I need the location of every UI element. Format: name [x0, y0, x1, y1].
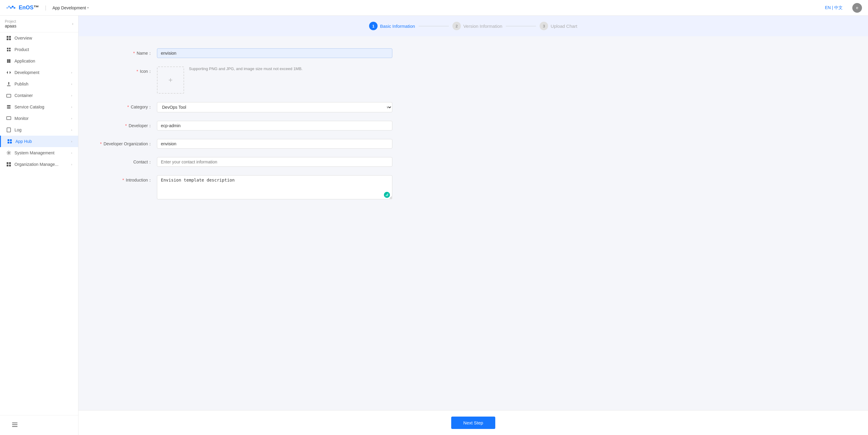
form-row-icon: * Icon： + Supporting PNG and JPG, and im… [97, 66, 850, 94]
project-chevron-icon: › [72, 22, 73, 26]
app-dev-selector[interactable]: App Development ▾ [53, 5, 89, 10]
name-control [157, 48, 392, 58]
sidebar-item-monitor[interactable]: Monitor › [0, 113, 78, 124]
logo: EnOS™ [6, 4, 39, 11]
sidebar-bottom [0, 415, 78, 435]
svg-rect-32 [9, 165, 11, 167]
menu-icon[interactable] [6, 419, 72, 431]
app-hub-label: App Hub [16, 139, 68, 144]
svg-point-13 [7, 59, 9, 61]
topbar-divider: | [45, 4, 46, 11]
svg-rect-8 [9, 38, 11, 40]
sidebar-item-overview[interactable]: Overview [0, 32, 78, 44]
steps-container: 1 Basic Information 2 Version Informatio… [369, 22, 577, 30]
form-row-contact: Contact： [97, 157, 850, 167]
sidebar-item-development[interactable]: Development › [0, 67, 78, 78]
svg-rect-27 [10, 142, 12, 144]
svg-rect-25 [10, 139, 12, 141]
log-label: Log [14, 127, 68, 132]
sidebar-project[interactable]: Project apaas › [0, 16, 78, 32]
sidebar-item-app-hub[interactable]: App Hub › [0, 136, 78, 147]
contact-label: Contact： [97, 157, 157, 165]
svg-rect-29 [7, 162, 8, 164]
svg-rect-22 [7, 117, 11, 120]
monitor-chevron-icon: › [71, 117, 72, 120]
logo-dots [6, 5, 17, 11]
contact-input[interactable] [157, 157, 392, 167]
form-row-dev-org: * Developer Organization： [97, 139, 850, 149]
container-label: Container [14, 93, 68, 98]
svg-point-15 [7, 61, 9, 63]
language-switcher[interactable]: EN | 中文 [825, 5, 843, 10]
intro-label: * Introduction： [97, 175, 157, 183]
intro-control [157, 175, 392, 200]
svg-point-28 [8, 152, 10, 154]
svg-rect-33 [12, 423, 18, 423]
avatar[interactable]: e [852, 3, 862, 13]
monitor-icon [6, 116, 11, 121]
svg-point-14 [9, 59, 10, 61]
svg-rect-21 [7, 108, 10, 109]
system-icon [6, 150, 11, 155]
app-icon [6, 58, 11, 64]
svg-rect-34 [12, 425, 18, 425]
topbar: EnOS™ | App Development ▾ EN | 中文 e [0, 0, 868, 16]
org-manage-label: Organization Manage... [14, 162, 68, 167]
sidebar-item-application[interactable]: Application [0, 55, 78, 67]
log-icon [6, 127, 11, 133]
svg-rect-35 [12, 426, 18, 427]
step-2: 2 Version Information [453, 22, 502, 30]
category-select[interactable]: DevOps Tool [157, 102, 392, 112]
step-connector-2 [506, 26, 536, 26]
sidebar-item-system-management[interactable]: System Management › [0, 147, 78, 158]
developer-input[interactable] [157, 121, 392, 130]
svg-rect-11 [7, 50, 8, 51]
form-row-developer: * Developer： [97, 121, 850, 130]
svg-rect-24 [7, 139, 9, 141]
sidebar: Project apaas › Overview Product Applica… [0, 16, 79, 435]
logo-text: EnOS™ [19, 4, 39, 11]
app-hub-chevron-icon: › [71, 140, 72, 143]
svg-rect-26 [7, 142, 9, 144]
catalog-icon [6, 104, 11, 110]
project-info: Project apaas [5, 19, 16, 28]
icon-hint: Supporting PNG and JPG, and image size m… [189, 66, 302, 71]
service-catalog-chevron-icon: › [71, 106, 72, 109]
apphub-icon [7, 139, 12, 144]
sidebar-item-service-catalog[interactable]: Service Catalog › [0, 101, 78, 113]
developer-control [157, 121, 392, 130]
svg-rect-5 [7, 36, 8, 38]
svg-point-1 [8, 6, 10, 7]
sidebar-item-org-manage[interactable]: Organization Manage... › [0, 158, 78, 170]
sidebar-item-container[interactable]: Container › [0, 90, 78, 101]
monitor-label: Monitor [14, 116, 68, 121]
intro-corner-icon [384, 192, 390, 198]
step-3-label: Upload Chart [551, 24, 577, 29]
svg-point-0 [6, 7, 8, 9]
org-icon [6, 162, 11, 167]
sidebar-item-log[interactable]: Log › [0, 124, 78, 136]
application-label: Application [14, 59, 72, 63]
bottom-bar: Next Step [79, 410, 868, 435]
log-chevron-icon: › [71, 128, 72, 132]
development-label: Development [14, 70, 68, 75]
sidebar-item-product[interactable]: Product [0, 44, 78, 55]
name-input[interactable] [157, 48, 392, 58]
category-select-wrapper: DevOps Tool [157, 102, 392, 112]
svg-rect-6 [9, 36, 11, 38]
next-step-button[interactable]: Next Step [451, 416, 495, 429]
form-row-category: * Category： DevOps Tool [97, 102, 850, 112]
svg-point-3 [12, 6, 13, 7]
intro-textarea[interactable] [157, 175, 392, 199]
icon-row: + Supporting PNG and JPG, and image size… [157, 66, 392, 94]
svg-rect-7 [7, 38, 8, 40]
step-3-circle: 3 [539, 22, 548, 30]
svg-rect-31 [7, 165, 8, 167]
contact-control [157, 157, 392, 167]
overview-label: Overview [14, 36, 72, 40]
svg-rect-10 [9, 48, 10, 49]
dev-icon [6, 70, 11, 75]
icon-upload-box[interactable]: + [157, 66, 184, 94]
dev-org-input[interactable] [157, 139, 392, 149]
sidebar-item-publish[interactable]: Publish › [0, 78, 78, 90]
